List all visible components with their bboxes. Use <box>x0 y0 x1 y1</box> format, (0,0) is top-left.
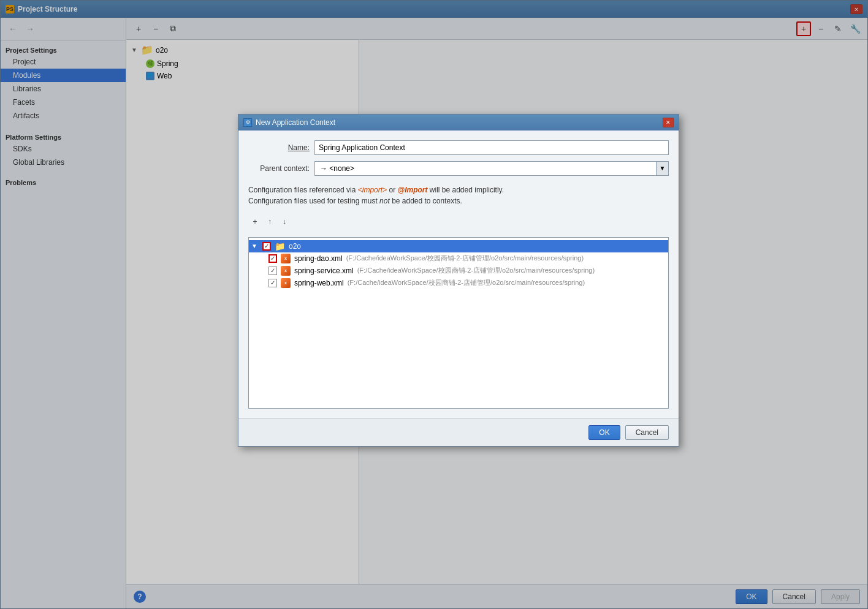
name-input[interactable] <box>314 140 669 155</box>
dialog-tree-add-button[interactable]: + <box>248 215 262 229</box>
dtree-checkbox-spring-dao[interactable]: ✓ <box>268 254 277 263</box>
parent-context-label: Parent context: <box>248 164 310 173</box>
parent-context-value: → <none> <box>315 163 656 174</box>
new-application-context-dialog: ⚙ New Application Context ✕ Name: Parent… <box>238 114 679 447</box>
xml-icon-spring-service: x <box>281 266 291 276</box>
dialog-footer: OK Cancel <box>238 418 679 446</box>
dtree-checkbox-spring-service[interactable]: ✓ <box>268 267 277 275</box>
dialog-tree: ▼ ✓ 📁 o2o ✓ x spring-dao.xml (F:/Cache/i… <box>248 237 669 409</box>
dtree-item-o2o[interactable]: ▼ ✓ 📁 o2o <box>249 240 668 252</box>
dtree-item-spring-service[interactable]: ✓ x spring-service.xml (F:/Cache/ideaWor… <box>249 265 668 277</box>
dtree-path-spring-web: (F:/Cache/ideaWorkSpace/校园商铺-2-店铺管理/o2o/… <box>348 278 585 287</box>
dialog-info: Configuration files referenced via <impo… <box>248 182 669 209</box>
dialog-overlay: ⚙ New Application Context ✕ Name: Parent… <box>0 0 868 609</box>
dtree-item-spring-dao[interactable]: ✓ x spring-dao.xml (F:/Cache/ideaWorkSpa… <box>249 252 668 265</box>
dtree-checkbox-o2o[interactable]: ✓ <box>262 242 271 251</box>
parent-context-select[interactable]: → <none> ▼ <box>314 161 669 176</box>
dtree-label-o2o: o2o <box>289 242 301 251</box>
dtree-label-spring-dao: spring-dao.xml <box>294 254 343 263</box>
name-field-row: Name: <box>248 140 669 155</box>
dtree-folder-o2o: 📁 <box>275 241 285 251</box>
dialog-content: Name: Parent context: → <none> ▼ Configu… <box>238 130 679 418</box>
dialog-title: ⚙ New Application Context <box>243 118 335 127</box>
name-label: Name: <box>248 143 310 152</box>
dialog-tree-movedown-button[interactable]: ↓ <box>278 215 291 229</box>
dialog-close-button[interactable]: ✕ <box>663 118 674 127</box>
dtree-label-spring-service: spring-service.xml <box>294 267 354 275</box>
dtree-label-spring-web: spring-web.xml <box>294 279 344 287</box>
dialog-title-bar: ⚙ New Application Context ✕ <box>238 115 679 130</box>
dtree-arrow-o2o: ▼ <box>251 243 259 249</box>
xml-icon-spring-web: x <box>281 278 291 288</box>
dialog-tree-toolbar: + ↑ ↓ <box>248 215 669 229</box>
dialog-tree-moveup-button[interactable]: ↑ <box>263 215 276 229</box>
dtree-path-spring-service: (F:/Cache/ideaWorkSpace/校园商铺-2-店铺管理/o2o/… <box>357 266 595 275</box>
dtree-item-spring-web[interactable]: ✓ x spring-web.xml (F:/Cache/ideaWorkSpa… <box>249 277 668 289</box>
dropdown-arrow-icon[interactable]: ▼ <box>656 162 668 175</box>
xml-icon-spring-dao: x <box>281 254 291 263</box>
dtree-checkbox-spring-web[interactable]: ✓ <box>268 279 277 287</box>
dialog-ok-button[interactable]: OK <box>588 425 620 440</box>
parent-context-field-row: Parent context: → <none> ▼ <box>248 161 669 176</box>
dtree-path-spring-dao: (F:/Cache/ideaWorkSpace/校园商铺-2-店铺管理/o2o/… <box>346 254 584 263</box>
dialog-icon: ⚙ <box>243 118 252 127</box>
dialog-cancel-button[interactable]: Cancel <box>625 425 669 440</box>
